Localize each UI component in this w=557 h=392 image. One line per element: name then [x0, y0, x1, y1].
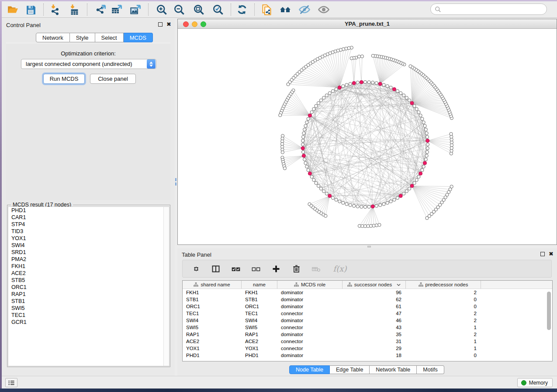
graph-node[interactable]: [389, 200, 392, 203]
mcds-result-item[interactable]: SRD1: [8, 249, 169, 256]
graph-mcds-node[interactable]: [352, 81, 356, 85]
graph-node[interactable]: [303, 158, 306, 161]
mcds-result-item[interactable]: FKH1: [8, 263, 169, 270]
show-all-button[interactable]: [316, 3, 331, 17]
tab-network-table[interactable]: Network Table: [370, 365, 417, 374]
open-file-button[interactable]: [5, 3, 20, 17]
graph-mcds-node[interactable]: [419, 172, 422, 175]
graph-node[interactable]: [317, 102, 320, 105]
cell-predecessor-nodes[interactable]: 0: [406, 352, 481, 359]
cell-name[interactable]: YOX1: [242, 345, 277, 352]
graph-node[interactable]: [413, 104, 416, 107]
cell-predecessor-nodes[interactable]: 2: [406, 331, 481, 338]
search-box[interactable]: [430, 3, 547, 15]
graph-node[interactable]: [301, 139, 304, 142]
cell-shared-name[interactable]: ACE2: [183, 338, 242, 345]
graph-node[interactable]: [357, 55, 360, 58]
mcds-result-item[interactable]: STB1: [8, 298, 169, 305]
graph-node[interactable]: [425, 132, 428, 135]
optimization-criterion-select[interactable]: largest connected component (undirected): [21, 59, 156, 69]
float-panel-icon[interactable]: [158, 22, 163, 27]
graph-node[interactable]: [360, 205, 363, 208]
cell-MCDS-role[interactable]: dominator: [277, 317, 343, 324]
graph-node[interactable]: [325, 94, 328, 97]
graph-node[interactable]: [304, 124, 307, 127]
cell-shared-name[interactable]: FKH1: [183, 289, 242, 296]
float-panel-icon[interactable]: [540, 252, 545, 256]
table-row[interactable]: TEC1TEC1connector472: [183, 310, 552, 317]
tab-style[interactable]: Style: [70, 33, 95, 42]
graph-node[interactable]: [413, 182, 416, 185]
cell-predecessor-nodes[interactable]: 1: [406, 338, 481, 345]
cell-successor-nodes[interactable]: 31: [343, 338, 406, 345]
graph-node[interactable]: [375, 204, 378, 207]
table-row[interactable]: ACE2ACE2connector311: [183, 338, 552, 345]
graph-node[interactable]: [305, 121, 308, 124]
graph-node[interactable]: [367, 205, 370, 208]
table-row[interactable]: RAP1RAP1dominator352: [183, 331, 552, 338]
graph-node[interactable]: [426, 151, 429, 154]
graph-node[interactable]: [422, 165, 425, 168]
graph-node[interactable]: [399, 92, 402, 95]
graph-node[interactable]: [302, 132, 305, 135]
graph-mcds-node[interactable]: [308, 114, 311, 117]
zoom-out-button[interactable]: [172, 3, 187, 17]
cell-successor-nodes[interactable]: 18: [343, 352, 406, 359]
table-row[interactable]: SWI5SWI5connector431: [183, 324, 552, 331]
table-row[interactable]: PHD1PHD1dominator180: [183, 352, 552, 359]
zoom-fit-button[interactable]: [191, 3, 206, 17]
cell-predecessor-nodes[interactable]: 0: [406, 303, 481, 310]
export-table-button[interactable]: [109, 3, 124, 17]
vertical-splitter-handle[interactable]: [175, 182, 176, 186]
cell-successor-nodes[interactable]: 96: [343, 289, 406, 296]
cell-MCDS-role[interactable]: connector: [277, 324, 343, 331]
result-list-scrollbar[interactable]: [163, 207, 169, 366]
graph-node[interactable]: [396, 196, 399, 199]
graph-node[interactable]: [335, 198, 338, 201]
graph-node[interactable]: [363, 205, 367, 208]
graph-node[interactable]: [349, 83, 352, 86]
mcds-result-list[interactable]: PHD1CAR1STP4TID3YOX1SWI4SRD1PMA2FKH1ACE2…: [8, 206, 170, 366]
cell-shared-name[interactable]: PHD1: [183, 352, 242, 359]
graph-node[interactable]: [419, 114, 422, 117]
graph-node[interactable]: [450, 132, 453, 135]
graph-node[interactable]: [450, 185, 453, 188]
graph-node[interactable]: [426, 135, 429, 138]
graph-node[interactable]: [386, 201, 389, 204]
graph-node[interactable]: [338, 200, 341, 203]
graph-node[interactable]: [335, 88, 338, 91]
graph-node[interactable]: [283, 167, 286, 170]
graph-node[interactable]: [393, 198, 396, 201]
table-row[interactable]: STB1STB1dominator620: [183, 296, 552, 303]
cell-shared-name[interactable]: SWI5: [183, 324, 242, 331]
graph-node[interactable]: [319, 187, 322, 190]
graph-node[interactable]: [402, 94, 405, 97]
cell-MCDS-role[interactable]: dominator: [277, 303, 343, 310]
graph-node[interactable]: [402, 192, 405, 195]
graph-node[interactable]: [389, 86, 392, 89]
graph-node[interactable]: [305, 165, 308, 168]
cell-successor-nodes[interactable]: 62: [343, 296, 406, 303]
column-header-MCDS-role[interactable]: MCDS role: [277, 281, 343, 289]
graph-node[interactable]: [301, 135, 304, 138]
task-history-button[interactable]: [5, 378, 17, 387]
hide-selected-button[interactable]: [297, 3, 312, 17]
cell-successor-nodes[interactable]: 35: [343, 331, 406, 338]
graph-node[interactable]: [421, 117, 424, 120]
cell-name[interactable]: SWI5: [242, 324, 277, 331]
run-mcds-button[interactable]: Run MCDS: [43, 74, 85, 84]
graph-node[interactable]: [421, 168, 424, 172]
mcds-result-item[interactable]: STB5: [8, 277, 169, 284]
mcds-result-item[interactable]: ORC1: [8, 284, 169, 291]
graph-node[interactable]: [312, 179, 315, 182]
close-panel-icon[interactable]: ✖: [166, 22, 171, 27]
graph-node[interactable]: [301, 151, 304, 154]
close-panel-icon[interactable]: ✖: [549, 252, 554, 256]
tab-select[interactable]: Select: [95, 33, 124, 42]
mcds-result-item[interactable]: ACE2: [8, 270, 169, 277]
graph-node[interactable]: [301, 143, 304, 146]
graph-node[interactable]: [408, 187, 411, 190]
cell-name[interactable]: PHD1: [242, 352, 277, 359]
cell-predecessor-nodes[interactable]: 1: [406, 345, 481, 352]
graph-mcds-node[interactable]: [302, 154, 305, 158]
